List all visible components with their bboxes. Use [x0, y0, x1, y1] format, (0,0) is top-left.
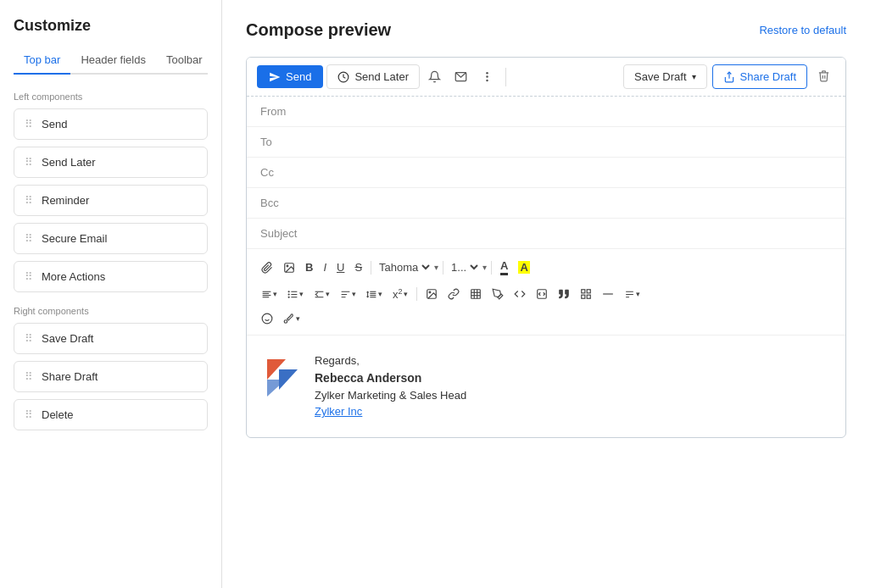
page-title: Compose preview	[246, 20, 391, 40]
attach-file-button[interactable]	[257, 259, 277, 276]
svg-point-16	[288, 294, 289, 295]
dots-icon	[481, 70, 494, 83]
share-draft-button[interactable]: Share Draft	[712, 64, 807, 89]
delete-button[interactable]	[812, 65, 835, 89]
bcc-input[interactable]	[304, 197, 832, 209]
clock-icon	[337, 71, 349, 83]
to-input[interactable]	[304, 136, 832, 148]
insert-table-button[interactable]	[466, 286, 486, 302]
strikethrough-button[interactable]: S	[350, 258, 366, 276]
font-color-button[interactable]: A	[496, 257, 512, 278]
hr-icon	[602, 288, 614, 300]
pen-icon	[492, 288, 504, 300]
compose-preview: ✛ Send Send Later Save	[246, 57, 846, 438]
right-components-label: Right components	[14, 306, 208, 316]
signature-button[interactable]	[488, 286, 508, 302]
drag-handle-icon: ⠿	[25, 232, 33, 245]
trash-icon	[817, 69, 830, 82]
align-chevron-icon: ▾	[273, 290, 277, 298]
rich-divider	[443, 261, 443, 275]
tab-toolbar[interactable]: Toolbar	[156, 48, 213, 75]
table-grid-button[interactable]	[576, 286, 596, 302]
drag-handle-icon: ⠿	[25, 194, 33, 207]
bold-button[interactable]: B	[301, 258, 317, 276]
size-chevron-icon: ▾	[482, 263, 487, 272]
code-block-icon	[536, 288, 548, 300]
list-item[interactable]: ⠿ Reminder	[14, 185, 208, 216]
svg-point-21	[429, 291, 431, 293]
tab-headerfields[interactable]: Header fields	[70, 48, 156, 75]
item-label: Reminder	[42, 194, 89, 207]
email-icon-button[interactable]	[449, 66, 472, 87]
svg-rect-30	[581, 295, 584, 298]
insert-link-button[interactable]	[443, 286, 464, 302]
font-family-select[interactable]: Tahoma	[376, 260, 432, 275]
rich-text-toolbar: B I U S Tahoma ▾ 1... ▾ A A	[247, 249, 845, 336]
superscript-icon: x2	[393, 287, 403, 301]
link-icon	[448, 288, 460, 300]
move-handle-icon[interactable]: ✛	[246, 70, 247, 84]
font-chevron-icon: ▾	[434, 263, 438, 272]
format-painter-button[interactable]: ▾	[279, 310, 304, 327]
list-item[interactable]: ⠿ More Actions	[14, 261, 208, 292]
indent-button[interactable]: ▾	[310, 286, 334, 302]
list-item[interactable]: ⠿ Delete	[14, 399, 208, 430]
share-icon	[723, 71, 735, 83]
code-block-button[interactable]	[532, 286, 552, 302]
restore-default-link[interactable]: Restore to default	[759, 24, 846, 36]
svg-point-33	[262, 313, 272, 324]
toolbar-right: Save Draft ▾ Share Draft	[623, 64, 835, 89]
send-button[interactable]: Send	[257, 65, 323, 88]
list-item[interactable]: ⠿ Send Later	[14, 147, 208, 178]
rich-divider	[416, 287, 417, 301]
list-chevron-icon: ▾	[299, 290, 304, 298]
from-field: From	[247, 97, 845, 127]
list-button[interactable]: ▾	[283, 286, 308, 302]
list-item[interactable]: ⠿ Save Draft	[14, 323, 208, 354]
sig-name: Rebecca Anderson	[315, 369, 466, 387]
zylker-logo	[260, 352, 304, 397]
bcc-field: Bcc	[247, 188, 845, 219]
tab-topbar[interactable]: Top bar	[14, 48, 70, 75]
font-size-select[interactable]: 1...	[448, 260, 481, 275]
align-button[interactable]: ▾	[257, 286, 282, 302]
reminder-button[interactable]	[423, 66, 446, 87]
item-label: More Actions	[42, 270, 105, 283]
code-icon	[514, 288, 526, 300]
list-item[interactable]: ⠿ Secure Email	[14, 223, 208, 254]
sidebar-title: Customize	[14, 17, 208, 35]
code-button[interactable]	[510, 286, 530, 302]
direction-icon	[340, 289, 351, 300]
cc-input[interactable]	[304, 166, 832, 179]
emoji-button[interactable]	[257, 310, 277, 327]
toolbar-divider	[505, 68, 506, 86]
format-more-button[interactable]: ▾	[620, 286, 644, 302]
from-input[interactable]	[304, 105, 832, 118]
send-later-button[interactable]: Send Later	[326, 64, 420, 89]
sig-company-link[interactable]: Zylker Inc	[315, 405, 362, 418]
insert-image-button[interactable]	[279, 259, 299, 276]
superscript-button[interactable]: x2 ▾	[388, 285, 412, 303]
line-spacing-button[interactable]: ▾	[362, 286, 387, 302]
svg-point-4	[486, 80, 488, 82]
highlight-color-button[interactable]: A	[514, 258, 533, 276]
svg-rect-31	[587, 295, 590, 298]
svg-point-7	[287, 265, 288, 267]
save-draft-button[interactable]: Save Draft ▾	[623, 64, 706, 89]
quote-button[interactable]	[554, 286, 574, 302]
italic-button[interactable]: I	[319, 258, 331, 276]
rich-toolbar-row-1: B I U S Tahoma ▾ 1... ▾ A A	[257, 254, 835, 280]
insert-image-inline-button[interactable]	[421, 286, 442, 302]
direction-button[interactable]: ▾	[336, 286, 360, 302]
list-item[interactable]: ⠿ Share Draft	[14, 361, 208, 392]
item-label: Delete	[42, 408, 74, 421]
more-options-button[interactable]	[476, 66, 499, 87]
rich-divider	[491, 261, 492, 275]
svg-point-17	[288, 297, 289, 297]
item-label: Secure Email	[42, 232, 107, 245]
svg-rect-29	[587, 290, 590, 293]
list-item[interactable]: ⠿ Send	[14, 108, 208, 140]
subject-input[interactable]	[307, 227, 832, 240]
horizontal-rule-button[interactable]	[598, 286, 618, 302]
underline-button[interactable]: U	[332, 258, 349, 276]
